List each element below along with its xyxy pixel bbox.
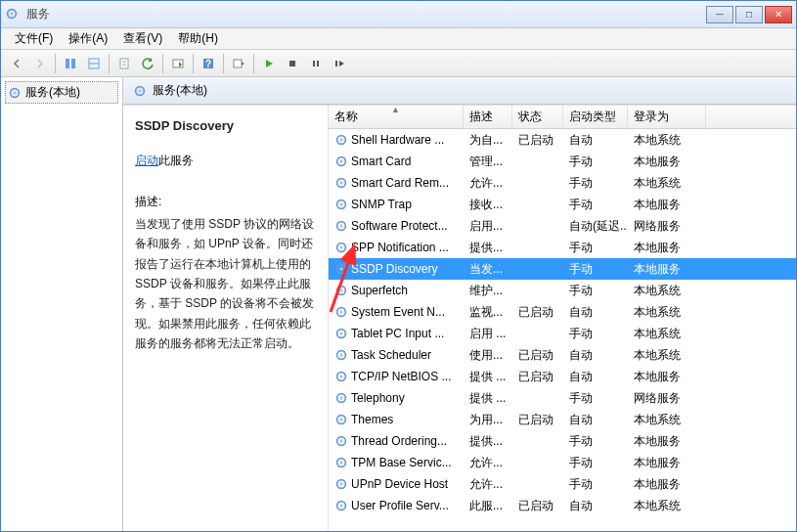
- cell-logon: 本地系统: [628, 304, 706, 321]
- cell-startup: 自动: [563, 412, 628, 428]
- table-row[interactable]: SNMP Trap接收...手动本地服务: [329, 194, 796, 215]
- help-button[interactable]: ?: [198, 53, 219, 74]
- cell-name: TCP/IP NetBIOS ...: [329, 370, 464, 383]
- cell-logon: 本地服务: [628, 261, 706, 278]
- table-row[interactable]: User Profile Serv...此服...已启动自动本地系统: [329, 495, 796, 516]
- table-row[interactable]: Telephony提供 ...手动网络服务: [329, 387, 796, 409]
- table-row[interactable]: Task Scheduler使用...已启动自动本地系统: [329, 344, 796, 366]
- description-text: 当发现了使用 SSDP 协议的网络设备和服务，如 UPnP 设备。同时还报告了运…: [135, 214, 316, 354]
- refresh-button[interactable]: [137, 53, 158, 74]
- menu-file[interactable]: 文件(F): [7, 28, 61, 49]
- table-row[interactable]: TPM Base Servic...允许...手动本地服务: [329, 452, 796, 473]
- export-button[interactable]: [167, 53, 189, 74]
- cell-logon: 本地系统: [628, 175, 706, 192]
- column-status[interactable]: 状态: [512, 106, 563, 128]
- titlebar[interactable]: 服务 ─ □ ✕: [1, 1, 796, 28]
- gear-icon: [334, 176, 348, 190]
- cell-startup: 手动: [563, 433, 628, 450]
- cell-desc: 允许...: [464, 175, 512, 192]
- table-row[interactable]: UPnP Device Host允许...手动本地服务: [329, 473, 796, 495]
- minimize-button[interactable]: ─: [706, 6, 733, 23]
- menu-action[interactable]: 操作(A): [61, 28, 115, 49]
- table-row[interactable]: SPP Notification ...提供...手动本地服务: [329, 237, 796, 258]
- menu-view[interactable]: 查看(V): [115, 28, 170, 49]
- cell-desc: 当发...: [464, 261, 512, 278]
- table-row[interactable]: SSDP Discovery当发...手动本地服务: [329, 258, 796, 280]
- svg-point-30: [339, 224, 343, 228]
- restart-button[interactable]: [329, 53, 350, 74]
- cell-logon: 本地服务: [628, 197, 706, 213]
- cell-desc: 提供 ...: [464, 369, 512, 385]
- cell-desc: 提供...: [464, 433, 512, 450]
- svg-rect-3: [71, 59, 75, 68]
- cell-name: User Profile Serv...: [329, 499, 464, 512]
- menu-help[interactable]: 帮助(H): [170, 28, 226, 49]
- list-body[interactable]: Shell Hardware ...为自...已启动自动本地系统Smart Ca…: [329, 129, 796, 516]
- view-detail-button[interactable]: [60, 53, 81, 74]
- svg-point-1: [10, 12, 14, 16]
- column-startup[interactable]: 启动类型: [563, 106, 628, 128]
- back-button[interactable]: [6, 53, 27, 74]
- content: 服务(本地) 服务(本地) SSDP Discovery 启动此服务 描述: 当…: [1, 77, 796, 531]
- cell-name: SNMP Trap: [329, 198, 464, 211]
- tree-pane[interactable]: 服务(本地): [1, 77, 123, 531]
- cell-name: Superfetch: [329, 284, 464, 297]
- cell-startup: 手动: [563, 326, 628, 342]
- cell-status: 已启动: [512, 347, 563, 364]
- sort-asc-icon: ▲: [391, 106, 400, 114]
- cell-logon: 本地服务: [628, 369, 706, 385]
- table-row[interactable]: Tablet PC Input ...启用 ...手动本地系统: [329, 323, 796, 344]
- column-name[interactable]: ▲名称: [329, 106, 464, 128]
- pane-header: 服务(本地): [123, 77, 796, 105]
- start-button[interactable]: [258, 53, 280, 74]
- table-row[interactable]: Smart Card Rem...允许...手动本地系统: [329, 172, 796, 194]
- maximize-button[interactable]: □: [735, 6, 763, 23]
- gear-icon: [334, 284, 348, 297]
- gear-icon: [334, 327, 348, 340]
- svg-rect-14: [313, 61, 315, 66]
- gear-icon: [334, 456, 348, 469]
- cell-desc: 提供 ...: [464, 390, 512, 407]
- cell-startup: 手动: [563, 390, 628, 407]
- table-row[interactable]: Smart Card管理...手动本地服务: [329, 151, 796, 172]
- separator: [55, 54, 56, 73]
- gear-icon: [334, 219, 348, 233]
- svg-rect-2: [66, 59, 69, 68]
- cell-status: 已启动: [512, 369, 563, 385]
- cell-startup: 手动: [563, 476, 628, 493]
- cell-logon: 网络服务: [628, 218, 706, 235]
- table-row[interactable]: Thread Ordering...提供...手动本地服务: [329, 430, 796, 452]
- table-row[interactable]: Themes为用...已启动自动本地系统: [329, 409, 796, 430]
- properties-button[interactable]: [113, 53, 135, 74]
- svg-point-24: [339, 159, 343, 163]
- cell-name: Telephony: [329, 391, 464, 405]
- stop-button[interactable]: [282, 53, 303, 74]
- close-button[interactable]: ✕: [765, 6, 792, 23]
- pause-button[interactable]: [305, 53, 327, 74]
- svg-point-52: [339, 461, 343, 465]
- svg-point-26: [339, 181, 343, 185]
- table-row[interactable]: Software Protect...启用...自动(延迟...网络服务: [329, 215, 796, 237]
- cell-startup: 手动: [563, 283, 628, 299]
- svg-point-36: [339, 288, 343, 292]
- column-logon[interactable]: 登录为: [628, 106, 706, 128]
- gear-icon: [334, 391, 348, 405]
- separator: [223, 54, 224, 73]
- forward-button[interactable]: [29, 53, 51, 74]
- start-link[interactable]: 启动: [135, 154, 158, 167]
- separator: [162, 54, 163, 73]
- table-row[interactable]: System Event N...监视...已启动自动本地系统: [329, 301, 796, 323]
- action-run-button[interactable]: [228, 53, 249, 74]
- tree-node-services-local[interactable]: 服务(本地): [5, 81, 118, 104]
- gear-icon: [334, 370, 348, 383]
- view-list-button[interactable]: [83, 53, 105, 74]
- table-row[interactable]: Shell Hardware ...为自...已启动自动本地系统: [329, 129, 796, 151]
- cell-startup: 手动: [563, 455, 628, 471]
- table-row[interactable]: Superfetch维护...手动本地系统: [329, 280, 796, 301]
- gear-icon: [334, 155, 348, 168]
- gear-icon: [334, 499, 348, 512]
- table-row[interactable]: TCP/IP NetBIOS ...提供 ...已启动自动本地服务: [329, 366, 796, 387]
- column-desc[interactable]: 描述: [464, 106, 512, 128]
- cell-desc: 启用...: [464, 218, 512, 235]
- cell-name: Software Protect...: [329, 219, 464, 233]
